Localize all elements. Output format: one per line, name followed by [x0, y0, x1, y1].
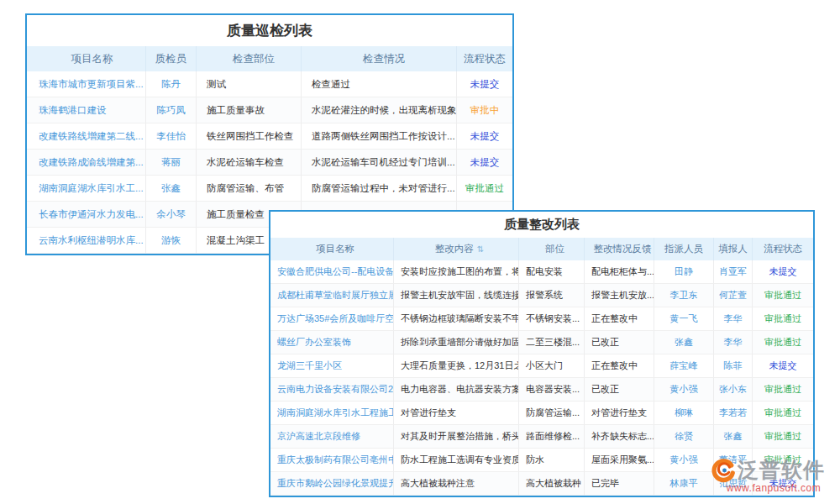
- table-row[interactable]: 云南电力设备安装有限公司20...电力电容器、电抗器安装方案,...电容器安装.…: [270, 378, 813, 402]
- cell-project[interactable]: 改建铁路线增建第二线...: [27, 123, 146, 150]
- cell-status: 审批通过: [753, 307, 813, 331]
- cell-assignee[interactable]: 林康平: [654, 472, 714, 496]
- cell-assignee[interactable]: 黄小强: [654, 449, 714, 472]
- cell-inspector[interactable]: 蒋丽: [146, 150, 197, 176]
- table-row[interactable]: 改建铁路线增建第二线...李佳怡铁丝网围挡工作检查道路两侧铁丝网围挡工作按设计.…: [27, 123, 512, 150]
- column-header-assignee: 指派人员: [654, 238, 714, 260]
- cell-project[interactable]: 云南电力设备安装有限公司20...: [270, 378, 394, 402]
- table-row[interactable]: 成都杜甫草堂临时展厅独立展...报警主机安放牢固，线缆连接...报警系统报警主机…: [270, 284, 813, 307]
- cell-project[interactable]: 螺丝厂办公室装饰: [270, 331, 394, 354]
- cell-reporter[interactable]: 何芷萱: [714, 284, 753, 307]
- table-row[interactable]: 珠海鹤港口建设陈巧凤施工质量事故水泥砼灌注的时候，出现离析现象审批中: [27, 97, 512, 123]
- cell-project[interactable]: 湖南洞庭湖水库引水工程施工标: [270, 402, 394, 425]
- cell-reporter[interactable]: 李华: [714, 331, 753, 354]
- cell-assignee[interactable]: 李卫东: [654, 284, 714, 307]
- cell-content: 不锈钢边框玻璃隔断安装不牢...: [394, 307, 519, 331]
- cell-assignee[interactable]: 黄小强: [654, 378, 714, 402]
- cell-part: 施工质量事故: [197, 97, 302, 123]
- cell-status: 审批通过: [753, 284, 813, 307]
- cell-project[interactable]: 京沪高速北京段维修: [270, 425, 394, 449]
- cell-inspector[interactable]: 游恢: [146, 228, 197, 254]
- cell-reporter[interactable]: 董清平: [714, 449, 753, 472]
- cell-part: 电容器安装...: [519, 378, 585, 402]
- cell-project[interactable]: 云南水利枢纽潜明水库...: [27, 228, 146, 254]
- table-row[interactable]: 螺丝厂办公室装饰拆除到承重墙部分请做好加固...二至三楼混...已改正张鑫李华审…: [270, 331, 813, 354]
- cell-project[interactable]: 珠海鹤港口建设: [27, 97, 146, 123]
- column-header-project: 项目名称: [270, 238, 394, 260]
- cell-status: 审批通过: [753, 449, 813, 472]
- cell-reporter[interactable]: 肖亚军: [714, 260, 753, 284]
- cell-reporter[interactable]: 李华: [714, 307, 753, 331]
- cell-assignee[interactable]: 柳琳: [654, 402, 714, 425]
- column-header-feedback: 整改情况反馈: [585, 238, 654, 260]
- inspection-table-header: 项目名称 质检员 检查部位 检查情况 流程状态: [27, 46, 512, 71]
- cell-project[interactable]: 安徽合肥供电公司--配电设备...: [270, 260, 394, 284]
- cell-situation: 道路两侧铁丝网围挡工作按设计...: [302, 123, 457, 150]
- cell-feedback: 已改正: [585, 378, 654, 402]
- cell-project[interactable]: 成都杜甫草堂临时展厅独立展...: [270, 284, 394, 307]
- column-header-part: 检查部位: [197, 46, 302, 71]
- cell-inspector[interactable]: 陈丹: [146, 71, 197, 97]
- cell-status: 未提交: [753, 472, 813, 496]
- cell-feedback: 报警主机安放...: [585, 284, 654, 307]
- cell-reporter[interactable]: 陈菲: [714, 354, 753, 378]
- cell-reporter[interactable]: 张鑫: [714, 425, 753, 449]
- cell-project[interactable]: 万达广场35#会所及咖啡厅空...: [270, 307, 394, 331]
- sort-icon[interactable]: ⇅: [477, 244, 484, 254]
- rectification-table-title: 质量整改列表: [270, 212, 813, 238]
- cell-project[interactable]: 重庆太极制药有限公司亳州中...: [270, 449, 394, 472]
- cell-project[interactable]: 长春市伊通河水力发电...: [27, 202, 146, 228]
- cell-status: 未提交: [753, 354, 813, 378]
- cell-part: 二至三楼混...: [519, 331, 585, 354]
- table-row[interactable]: 湖南洞庭湖水库引水工...张鑫防腐管运输、布管防腐管运输过程中，未对管进行...…: [27, 176, 512, 202]
- cell-assignee[interactable]: 田静: [654, 260, 714, 284]
- cell-part: 配电安装: [519, 260, 585, 284]
- cell-part: 高大植被栽种: [519, 472, 585, 496]
- cell-part: 铁丝网围挡工作检查: [197, 123, 302, 150]
- cell-inspector[interactable]: 陈巧凤: [146, 97, 197, 123]
- cell-feedback: 正在整改中: [585, 307, 654, 331]
- cell-feedback: 已完毕: [585, 472, 654, 496]
- table-row[interactable]: 珠海市城市更新项目紫...陈丹测试检查通过未提交: [27, 71, 512, 97]
- cell-assignee[interactable]: 黄一飞: [654, 307, 714, 331]
- cell-part: 小区大门: [519, 354, 585, 378]
- cell-content: 安装时应按施工图的布置，将...: [394, 260, 519, 284]
- cell-part: 路面维修检...: [519, 425, 585, 449]
- column-header-content[interactable]: 整改内容 ⇅: [394, 238, 519, 260]
- cell-content: 电力电容器、电抗器安装方案,...: [394, 378, 519, 402]
- cell-inspector[interactable]: 李佳怡: [146, 123, 197, 150]
- cell-part: 报警系统: [519, 284, 585, 307]
- cell-project[interactable]: 珠海市城市更新项目紫...: [27, 71, 146, 97]
- table-row[interactable]: 龙湖三千里小区大理石质量更换，12月31日之...小区大门正在整改中薛宝峰陈菲未…: [270, 354, 813, 378]
- cell-feedback: 正在整改中: [585, 354, 654, 378]
- table-row[interactable]: 万达广场35#会所及咖啡厅空...不锈钢边框玻璃隔断安装不牢...不锈钢安装..…: [270, 307, 813, 331]
- cell-reporter[interactable]: 李若若: [714, 402, 753, 425]
- cell-project[interactable]: 龙湖三千里小区: [270, 354, 394, 378]
- cell-feedback: 配电柜柜体与...: [585, 260, 654, 284]
- table-row[interactable]: 京沪高速北京段维修对其及时开展整治措施，桥头...路面维修检...补齐缺失标志.…: [270, 425, 813, 449]
- table-row[interactable]: 安徽合肥供电公司--配电设备...安装时应按施工图的布置，将...配电安装配电柜…: [270, 260, 813, 284]
- cell-part: 防水: [519, 449, 585, 472]
- cell-assignee[interactable]: 徐贤: [654, 425, 714, 449]
- cell-assignee[interactable]: 薛宝峰: [654, 354, 714, 378]
- table-row[interactable]: 湖南洞庭湖水库引水工程施工标对管进行垫支防腐管运输...对管进行垫支柳琳李若若审…: [270, 402, 813, 425]
- cell-status: 审批中: [457, 97, 512, 123]
- cell-content: 对管进行垫支: [394, 402, 519, 425]
- cell-assignee[interactable]: 张鑫: [654, 331, 714, 354]
- cell-reporter[interactable]: 张小东: [714, 378, 753, 402]
- cell-status: 未提交: [457, 71, 512, 97]
- cell-project[interactable]: 重庆市鹅岭公园绿化景观提升...: [270, 472, 394, 496]
- table-row[interactable]: 重庆太极制药有限公司亳州中...防水工程施工选调有专业资质...防水屋面采用聚氨…: [270, 449, 813, 472]
- cell-inspector[interactable]: 余小琴: [146, 202, 197, 228]
- rectification-table-body: 安徽合肥供电公司--配电设备...安装时应按施工图的布置，将...配电安装配电柜…: [270, 260, 813, 496]
- column-header-project: 项目名称: [27, 46, 146, 71]
- cell-content: 大理石质量更换，12月31日之...: [394, 354, 519, 378]
- cell-project[interactable]: 改建铁路成渝线增建第...: [27, 150, 146, 176]
- column-header-situation: 检查情况: [302, 46, 457, 71]
- table-row[interactable]: 重庆市鹅岭公园绿化景观提升...高大植被栽种注意高大植被栽种已完毕林康平范思哲未…: [270, 472, 813, 496]
- cell-inspector[interactable]: 张鑫: [146, 176, 197, 202]
- inspection-table-title: 质量巡检列表: [27, 15, 512, 46]
- cell-project[interactable]: 湖南洞庭湖水库引水工...: [27, 176, 146, 202]
- table-row[interactable]: 改建铁路成渝线增建第...蒋丽水泥砼运输车检查水泥砼运输车司机经过专门培训...…: [27, 150, 512, 176]
- cell-reporter[interactable]: 范思哲: [714, 472, 753, 496]
